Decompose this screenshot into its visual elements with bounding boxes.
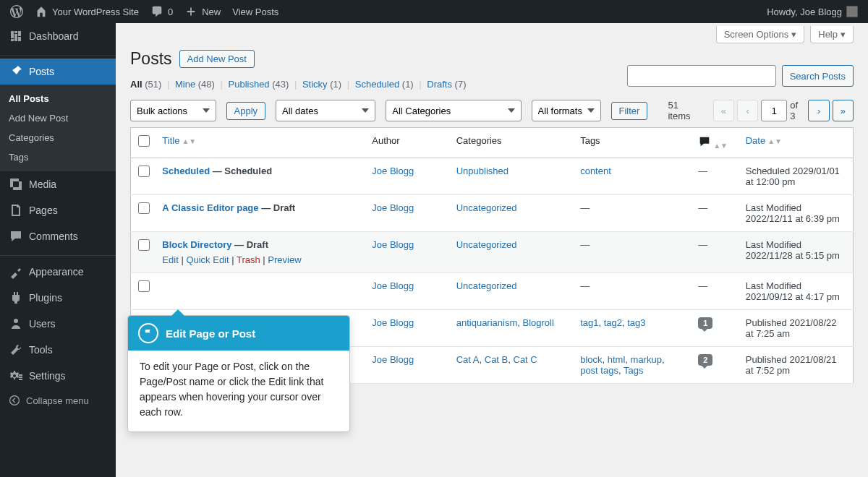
col-title[interactable]: Title▲▼	[155, 128, 365, 158]
tag-link[interactable]: tag3	[627, 317, 645, 328]
menu-settings[interactable]: Settings	[0, 363, 116, 389]
categories-select[interactable]: All Categories	[386, 100, 521, 121]
category-link[interactable]: Cat C	[514, 354, 537, 365]
menu-media[interactable]: Media	[0, 171, 116, 197]
filter-button[interactable]: Filter	[611, 102, 648, 120]
apply-button[interactable]: Apply	[226, 102, 266, 120]
category-link[interactable]: Uncategorized	[456, 239, 517, 250]
status-filter-scheduled[interactable]: Scheduled	[355, 79, 402, 90]
category-link[interactable]: Cat B	[485, 354, 509, 365]
site-home-link[interactable]: Your WordPress Site	[29, 0, 145, 23]
plugins-icon	[9, 291, 23, 305]
post-title-link[interactable]: Block Directory	[162, 239, 231, 250]
current-page-input[interactable]	[761, 100, 787, 121]
category-link[interactable]: Uncategorized	[456, 280, 517, 291]
select-all-checkbox[interactable]	[138, 135, 150, 147]
view-posts-link[interactable]: View Posts	[226, 0, 284, 23]
menu-tools[interactable]: Tools	[0, 337, 116, 363]
formats-select[interactable]: All formats	[532, 100, 601, 121]
menu-plugins[interactable]: Plugins	[0, 285, 116, 311]
submenu-posts: All Posts Add New Post Categories Tags	[0, 85, 116, 171]
post-title-link[interactable]: Scheduled	[162, 166, 210, 176]
submenu-add-new[interactable]: Add New Post	[0, 108, 116, 128]
author-link[interactable]: Joe Blogg	[372, 354, 414, 365]
tag-link[interactable]: block	[580, 354, 602, 365]
row-checkbox[interactable]	[138, 280, 150, 292]
prev-page-button[interactable]: ‹	[737, 100, 758, 121]
author-link[interactable]: Joe Blogg	[372, 239, 414, 250]
menu-appearance[interactable]: Appearance	[0, 259, 116, 285]
flag-icon	[138, 323, 158, 343]
quick-edit-link[interactable]: Quick Edit	[186, 254, 229, 265]
trash-link[interactable]: Trash	[237, 254, 260, 265]
new-content-link[interactable]: New	[179, 0, 226, 23]
help-tab[interactable]: Help ▾	[810, 26, 854, 43]
status-filter-published[interactable]: Published	[229, 79, 273, 90]
author-link[interactable]: Joe Blogg	[372, 202, 414, 213]
submenu-categories[interactable]: Categories	[0, 128, 116, 147]
submenu-tags[interactable]: Tags	[0, 147, 116, 167]
tag-link[interactable]: tag2	[604, 317, 622, 328]
status-filter-mine[interactable]: Mine	[175, 79, 198, 90]
svg-point-0	[10, 396, 20, 405]
status-filter-drafts[interactable]: Drafts	[427, 79, 454, 90]
author-link[interactable]: Joe Blogg	[372, 280, 414, 291]
col-author: Author	[365, 128, 448, 158]
col-date[interactable]: Date▲▼	[739, 128, 854, 158]
row-checkbox[interactable]	[138, 239, 150, 251]
last-page-button[interactable]: »	[833, 100, 854, 121]
author-link[interactable]: Joe Blogg	[372, 166, 414, 176]
category-link[interactable]: Cat A	[456, 354, 480, 365]
tag-link[interactable]: content	[580, 166, 611, 176]
search-posts-button[interactable]: Search Posts	[782, 65, 854, 87]
table-row: Scheduled — ScheduledJoe BloggUnpublishe…	[131, 158, 854, 195]
menu-users[interactable]: Users	[0, 311, 116, 337]
tag-link[interactable]: Tags	[624, 365, 643, 376]
total-pages: of 3	[790, 100, 805, 121]
add-new-post-button[interactable]: Add New Post	[179, 50, 255, 68]
tag-link[interactable]: tag1	[580, 317, 598, 328]
sort-icon: ▲▼	[767, 137, 782, 145]
screen-options-tab[interactable]: Screen Options ▾	[716, 26, 805, 43]
items-count: 51 items	[668, 100, 702, 121]
submenu-all-posts[interactable]: All Posts	[0, 89, 116, 108]
category-link[interactable]: antiquarianism	[456, 317, 518, 328]
author-link[interactable]: Joe Blogg	[372, 317, 414, 328]
tag-link[interactable]: post tags	[580, 365, 618, 376]
menu-posts[interactable]: Posts	[0, 59, 116, 85]
first-page-button[interactable]: «	[713, 100, 734, 121]
edit-link[interactable]: Edit	[162, 254, 178, 265]
row-checkbox[interactable]	[138, 202, 150, 214]
tag-link[interactable]: markup	[631, 354, 662, 365]
status-filter-all[interactable]: All	[130, 79, 145, 90]
table-row: Block Directory — DraftEdit | Quick Edit…	[131, 232, 854, 273]
dates-select[interactable]: All dates	[276, 100, 375, 121]
collapse-menu[interactable]: Collapse menu	[0, 389, 116, 412]
post-title-link[interactable]: A Classic Editor page	[162, 202, 258, 213]
category-link[interactable]: Unpublished	[456, 166, 509, 176]
comments-icon	[9, 229, 23, 244]
category-link[interactable]: Blogroll	[523, 317, 554, 328]
col-comments[interactable]: ▲▼	[691, 128, 739, 158]
date-cell: Last Modified 2022/11/28 at 5:15 pm	[739, 232, 854, 273]
table-row: A Classic Editor page — DraftJoe BloggUn…	[131, 195, 854, 232]
status-filter-sticky[interactable]: Sticky	[302, 79, 330, 90]
menu-dashboard[interactable]: Dashboard	[0, 23, 116, 49]
comment-count-bubble[interactable]: 2	[698, 354, 712, 366]
search-input[interactable]	[627, 65, 776, 87]
menu-pages[interactable]: Pages	[0, 197, 116, 223]
row-checkbox[interactable]	[138, 166, 150, 177]
wp-logo[interactable]	[4, 0, 29, 23]
tools-icon	[9, 343, 23, 357]
comment-count-bubble[interactable]: 1	[698, 317, 712, 329]
category-link[interactable]: Uncategorized	[456, 202, 517, 213]
collapse-icon	[9, 395, 20, 406]
tag-link[interactable]: html	[608, 354, 626, 365]
account-menu[interactable]: Howdy, Joe Blogg	[761, 0, 864, 23]
settings-icon	[9, 369, 23, 383]
preview-link[interactable]: Preview	[268, 254, 301, 265]
next-page-button[interactable]: ›	[808, 100, 829, 121]
bulk-actions-select[interactable]: Bulk actions	[130, 100, 216, 121]
menu-comments[interactable]: Comments	[0, 223, 116, 249]
comments-link[interactable]: 0	[145, 0, 179, 23]
